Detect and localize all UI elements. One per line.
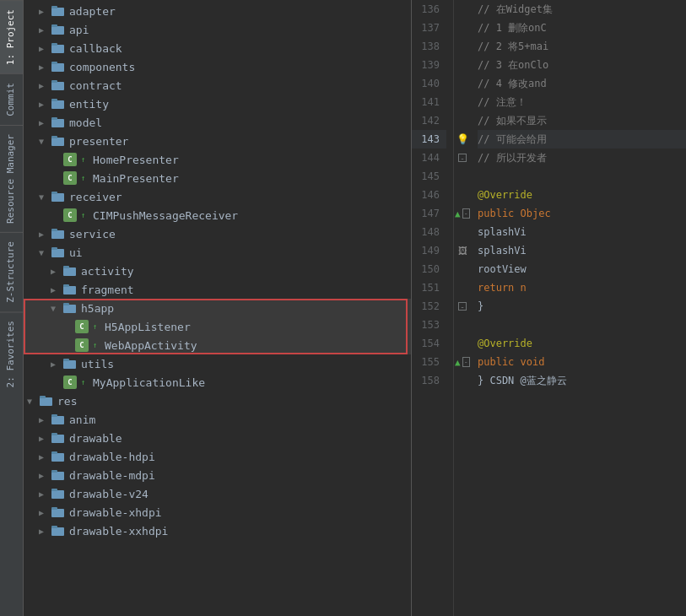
folder-icon bbox=[51, 524, 66, 538]
tree-item[interactable]: ▶drawable bbox=[24, 429, 411, 447]
tree-arrow: ▶ bbox=[39, 489, 51, 499]
code-line: return n bbox=[478, 278, 686, 297]
tree-item[interactable]: ▼receiver bbox=[24, 187, 411, 206]
svg-rect-19 bbox=[51, 229, 57, 231]
svg-rect-33 bbox=[51, 414, 57, 417]
tree-item[interactable]: C↑H5AppListener bbox=[24, 317, 411, 336]
tab-z-structure[interactable]: Z-Structure bbox=[0, 232, 23, 311]
arrow-up-icon: ▲ bbox=[455, 357, 461, 368]
class-icon: C bbox=[62, 153, 78, 166]
folder-icon bbox=[62, 301, 78, 315]
svg-rect-1 bbox=[51, 6, 57, 8]
folder-icon bbox=[51, 413, 66, 426]
class-badge-icon: ↑ bbox=[81, 211, 89, 219]
tree-item[interactable]: C↑CIMPushMessageReceiver bbox=[24, 206, 411, 224]
line-number: 158 bbox=[412, 371, 446, 390]
tab-commit[interactable]: Commit bbox=[0, 73, 23, 125]
tree-item[interactable]: C↑MyApplicationLike bbox=[24, 373, 411, 392]
tree-arrow: ▶ bbox=[39, 230, 51, 239]
class-badge-icon: ↑ bbox=[81, 174, 89, 182]
line-number: 139 bbox=[412, 56, 446, 74]
folder-icon bbox=[51, 23, 66, 36]
tree-arrow: ▶ bbox=[51, 359, 62, 369]
tree-item[interactable]: C↑MainPresenter bbox=[24, 169, 411, 187]
svg-rect-23 bbox=[63, 266, 69, 268]
tree-label: drawable-xhdpi bbox=[69, 506, 162, 519]
folder-icon bbox=[62, 264, 78, 278]
line-number: 143 bbox=[412, 130, 446, 149]
tree-label: receiver bbox=[69, 191, 122, 203]
folder-icon bbox=[51, 4, 66, 18]
line-number: 155 bbox=[412, 353, 446, 371]
line-number: 146 bbox=[412, 186, 446, 204]
folder-icon bbox=[51, 116, 66, 129]
tree-item[interactable]: ▼presenter bbox=[24, 132, 411, 150]
tree-item[interactable]: ▶anim bbox=[24, 410, 411, 429]
fold-marker[interactable]: - bbox=[462, 357, 470, 367]
tree-arrow: ▶ bbox=[39, 527, 51, 536]
tree-label: presenter bbox=[69, 135, 128, 148]
folder-icon bbox=[51, 78, 66, 92]
svg-rect-37 bbox=[51, 451, 57, 454]
tree-label: h5app bbox=[81, 302, 114, 315]
tree-arrow: ▶ bbox=[39, 471, 51, 480]
code-line: } bbox=[478, 297, 686, 316]
svg-rect-44 bbox=[51, 527, 64, 536]
tree-item[interactable]: ▶drawable-v24 bbox=[24, 484, 411, 503]
tree-item[interactable]: ▶drawable-hdpi bbox=[24, 447, 411, 466]
tree-item[interactable]: ▼h5app bbox=[24, 299, 411, 317]
svg-rect-41 bbox=[51, 489, 57, 491]
tree-item[interactable]: ▶api bbox=[24, 20, 411, 39]
class-badge-icon: ↑ bbox=[93, 341, 101, 349]
tree-item[interactable]: ▶fragment bbox=[24, 280, 411, 299]
tree-item[interactable]: ▶callback bbox=[24, 39, 411, 57]
svg-rect-4 bbox=[51, 45, 64, 53]
gutter-item bbox=[454, 0, 471, 19]
fold-icon[interactable]: - bbox=[458, 154, 467, 162]
code-line: rootView bbox=[478, 260, 686, 278]
tree-item[interactable]: ▶drawable-xxhdpi bbox=[24, 521, 411, 540]
code-line: // 所以开发者 bbox=[478, 149, 686, 167]
tree-item[interactable]: ▶adapter bbox=[24, 2, 411, 20]
tree-item[interactable]: ▶components bbox=[24, 57, 411, 76]
line-number: 141 bbox=[412, 93, 446, 111]
tree-arrow: ▶ bbox=[39, 7, 51, 16]
tree-item[interactable]: ▶contract bbox=[24, 76, 411, 95]
line-number: 142 bbox=[412, 111, 446, 130]
folder-icon bbox=[51, 246, 66, 259]
fold-marker[interactable]: - bbox=[462, 208, 470, 219]
code-content[interactable]: // 在Widget集// 1 删除onC// 2 将5+mai// 3 在on… bbox=[471, 0, 686, 616]
tab-favorites[interactable]: 2: Favorites bbox=[0, 311, 23, 396]
code-lines: 1361371381391401411421431441451461471481… bbox=[412, 0, 686, 616]
tree-item[interactable]: ▼res bbox=[24, 392, 411, 410]
class-badge-icon: ↑ bbox=[93, 322, 101, 331]
code-line: splashVi bbox=[478, 223, 686, 241]
tree-item[interactable]: ▶model bbox=[24, 113, 411, 132]
tree-item[interactable]: C↑WebAppActivity bbox=[24, 336, 411, 354]
tree-item[interactable]: ▶service bbox=[24, 224, 411, 243]
gutter-item bbox=[454, 37, 471, 56]
tree-item[interactable]: ▼ui bbox=[24, 243, 411, 262]
svg-rect-0 bbox=[51, 8, 64, 16]
svg-rect-30 bbox=[40, 397, 52, 406]
bulb-icon: 💡 bbox=[456, 133, 469, 145]
tree-item[interactable]: ▶activity bbox=[24, 262, 411, 280]
tree-item[interactable]: ▶drawable-xhdpi bbox=[24, 503, 411, 521]
svg-rect-27 bbox=[63, 303, 69, 305]
tree-item[interactable]: C↑HomePresenter bbox=[24, 150, 411, 169]
tab-resource-manager[interactable]: Resource Manager bbox=[0, 125, 23, 232]
line-number: 152 bbox=[412, 297, 446, 316]
code-line bbox=[478, 167, 686, 186]
tree-item[interactable]: ▶utils bbox=[24, 354, 411, 373]
class-icon: C bbox=[74, 320, 89, 333]
folder-icon bbox=[51, 468, 66, 482]
tree-label: adapter bbox=[69, 5, 116, 18]
tree-item[interactable]: ▶drawable-mdpi bbox=[24, 466, 411, 484]
fold-icon[interactable]: - bbox=[458, 302, 467, 311]
side-tabs: 1: Project Commit Resource Manager Z-Str… bbox=[0, 0, 24, 616]
tree-label: MainPresenter bbox=[93, 172, 179, 185]
tree-label: activity bbox=[81, 265, 134, 278]
gutter-item bbox=[454, 371, 471, 390]
tab-project[interactable]: 1: Project bbox=[0, 0, 23, 73]
tree-item[interactable]: ▶entity bbox=[24, 95, 411, 113]
